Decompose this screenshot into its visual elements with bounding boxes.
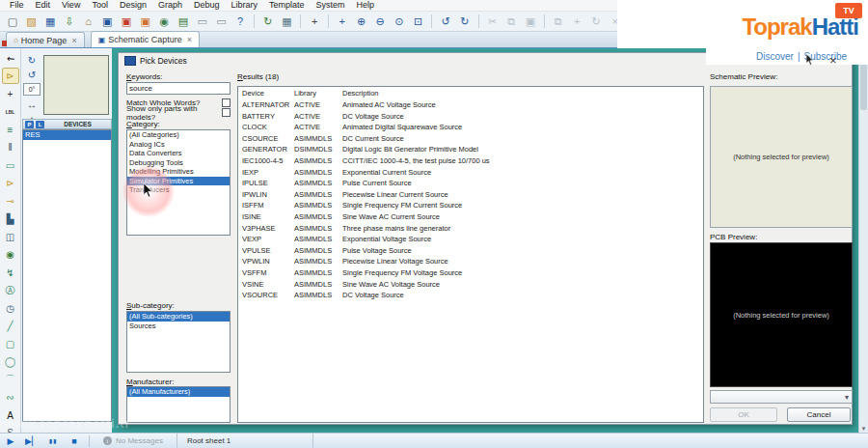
- cancel-button[interactable]: Cancel: [787, 407, 851, 422]
- 2d-path-mode-icon[interactable]: ∾: [2, 389, 19, 406]
- result-row[interactable]: VPWLINASIMMDLSPiecewise Linear Voltage S…: [238, 256, 703, 267]
- block-copy-icon[interactable]: ⧉: [550, 13, 567, 30]
- block-rotate-icon[interactable]: ↻: [587, 13, 605, 30]
- result-row[interactable]: VEXPASIMMDLSExponential Voltage Source: [238, 234, 703, 245]
- play-button[interactable]: ▶: [0, 436, 21, 446]
- result-row[interactable]: VSFFMASIMMDLSSingle Frequency FM Voltage…: [238, 267, 703, 279]
- result-row[interactable]: V3PHASEASIMMDLSThree phase mains line ge…: [238, 223, 703, 235]
- result-row[interactable]: IPWLINASIMMDLSPiecewise Linear Current S…: [238, 189, 703, 201]
- mirror-horizontal-icon[interactable]: ↔: [25, 98, 40, 111]
- scroll-thumb[interactable]: [860, 62, 867, 110]
- simulation-log-icon[interactable]: ▭: [213, 13, 231, 30]
- list-item[interactable]: (All Sub-categories): [127, 312, 230, 322]
- copy-icon[interactable]: ⧉: [502, 13, 520, 30]
- new-project-icon[interactable]: ▢: [4, 13, 21, 30]
- list-item[interactable]: Analog ICs: [127, 140, 230, 150]
- 3d-visualizer-icon[interactable]: ▣: [137, 13, 154, 30]
- menu-edit[interactable]: Edit: [30, 0, 57, 11]
- result-row[interactable]: VPULSEASIMMDLSPulse Voltage Source: [238, 245, 703, 257]
- ok-button[interactable]: OK: [710, 407, 777, 422]
- list-item[interactable]: RES: [23, 130, 111, 140]
- result-row[interactable]: ISFFMASIMMDLSSingle Frequency FM Current…: [238, 200, 703, 211]
- zoom-extents-icon[interactable]: ⊙: [391, 13, 408, 30]
- list-item[interactable]: (All Manufacturers): [127, 387, 230, 397]
- open-project-icon[interactable]: ▨: [23, 13, 41, 30]
- close-icon[interactable]: ×: [71, 36, 76, 45]
- keywords-input[interactable]: source: [126, 82, 231, 95]
- component-mode-icon[interactable]: ⊳: [2, 68, 19, 84]
- menu-debug[interactable]: Debug: [188, 0, 226, 11]
- result-row[interactable]: IPULSEASIMMDLSPulse Current Source: [238, 178, 703, 189]
- tab-schematic-capture[interactable]: ▣ Schematic Capture ×: [91, 31, 200, 47]
- 2d-arc-mode-icon[interactable]: ⌒: [2, 372, 19, 388]
- zoom-in-icon[interactable]: ⊕: [353, 13, 370, 30]
- pcb-layout-icon[interactable]: ▣: [118, 13, 135, 30]
- 2d-line-mode-icon[interactable]: ╱: [2, 318, 19, 334]
- undo-icon[interactable]: ↺: [437, 13, 454, 30]
- subcategory-list[interactable]: (All Sub-categories)Sources: [126, 311, 231, 373]
- menu-graph[interactable]: Graph: [152, 0, 188, 11]
- 2d-box-mode-icon[interactable]: ▢: [2, 336, 19, 352]
- step-button[interactable]: ▶▏: [21, 436, 42, 446]
- home-page-icon[interactable]: ⌂: [80, 13, 97, 30]
- buses-mode-icon[interactable]: ‖: [2, 139, 19, 155]
- junction-dot-mode-icon[interactable]: +: [2, 86, 19, 102]
- pause-button[interactable]: ▮▮: [42, 437, 64, 444]
- tape-recorder-mode-icon[interactable]: ◫: [2, 229, 19, 245]
- block-move-icon[interactable]: +: [568, 13, 585, 30]
- menu-help[interactable]: Help: [351, 0, 381, 11]
- cut-icon[interactable]: ✂: [484, 13, 502, 30]
- result-row[interactable]: BATTERYACTIVEDC Voltage Source: [238, 111, 703, 123]
- rotate-anticlockwise-icon[interactable]: ↺: [25, 68, 40, 81]
- stop-button[interactable]: ■: [64, 436, 85, 446]
- save-project-icon[interactable]: ▦: [41, 13, 59, 30]
- bill-of-materials-icon[interactable]: ▤: [175, 13, 192, 30]
- discover-link[interactable]: Discover: [756, 51, 794, 62]
- menu-library[interactable]: Library: [225, 0, 263, 11]
- scroll-down-icon[interactable]: ▼: [859, 424, 868, 433]
- wire-label-mode-icon[interactable]: LBL: [2, 103, 19, 120]
- menu-design[interactable]: Design: [114, 0, 152, 11]
- current-probe-mode-icon[interactable]: Ⓐ: [2, 282, 19, 298]
- paste-icon[interactable]: ▣: [522, 13, 539, 30]
- terminals-mode-icon[interactable]: ⊳: [2, 175, 19, 191]
- list-item[interactable]: Sources: [127, 322, 230, 331]
- grid-toggle-icon[interactable]: ▦: [279, 13, 296, 30]
- tab-home-page[interactable]: ⌂ Home Page ×: [6, 32, 85, 47]
- overview-minimap[interactable]: [43, 55, 109, 115]
- result-row[interactable]: CSOURCEASIMMDLSDC Current Source: [238, 133, 703, 145]
- design-explorer-icon[interactable]: ◉: [156, 13, 174, 30]
- menu-tool[interactable]: Tool: [86, 0, 114, 11]
- device-pins-mode-icon[interactable]: ⊸: [2, 193, 19, 210]
- annotation-close-icon[interactable]: ×: [829, 53, 837, 68]
- pan-icon[interactable]: +: [334, 13, 351, 30]
- subcircuit-mode-icon[interactable]: ▭: [2, 157, 19, 174]
- redo-icon[interactable]: ↻: [456, 13, 474, 30]
- result-row[interactable]: VSOURCEASIMMDLSDC Voltage Source: [238, 290, 703, 301]
- 2d-circle-mode-icon[interactable]: ◯: [2, 353, 19, 370]
- redraw-icon[interactable]: ↻: [259, 13, 277, 30]
- result-row[interactable]: ISINEASIMMDLSSine Wave AC Current Source: [238, 211, 703, 223]
- result-row[interactable]: GENERATORDSIMMDLSDigital Logic Bit Gener…: [238, 144, 703, 155]
- list-item[interactable]: (All Categories): [127, 130, 230, 140]
- source-code-icon[interactable]: ▭: [194, 13, 211, 30]
- schematic-capture-icon[interactable]: ▣: [98, 13, 116, 30]
- manufacturer-list[interactable]: (All Manufacturers): [126, 386, 231, 423]
- voltage-probe-mode-icon[interactable]: ↯: [2, 265, 19, 281]
- origin-icon[interactable]: +: [306, 13, 323, 30]
- match-whole-words-checkbox[interactable]: [222, 98, 231, 107]
- rotate-clockwise-icon[interactable]: ↻: [25, 53, 40, 67]
- virtual-instruments-mode-icon[interactable]: ◷: [2, 300, 19, 317]
- show-only-models-checkbox[interactable]: [222, 108, 231, 117]
- manage-libraries-button[interactable]: L: [36, 121, 44, 128]
- menu-template[interactable]: Template: [263, 0, 311, 11]
- menu-view[interactable]: View: [56, 0, 86, 11]
- graph-mode-icon[interactable]: ▙: [2, 210, 19, 227]
- help-icon[interactable]: ?: [231, 13, 249, 30]
- menu-system[interactable]: System: [311, 0, 351, 11]
- zoom-out-icon[interactable]: ⊖: [371, 13, 389, 30]
- result-row[interactable]: CLOCKACTIVEAnimated Digital Squarewave S…: [238, 122, 703, 133]
- import-project-icon[interactable]: ⇩: [61, 13, 78, 30]
- generator-mode-icon[interactable]: ◉: [2, 246, 19, 263]
- menu-file[interactable]: File: [4, 0, 30, 11]
